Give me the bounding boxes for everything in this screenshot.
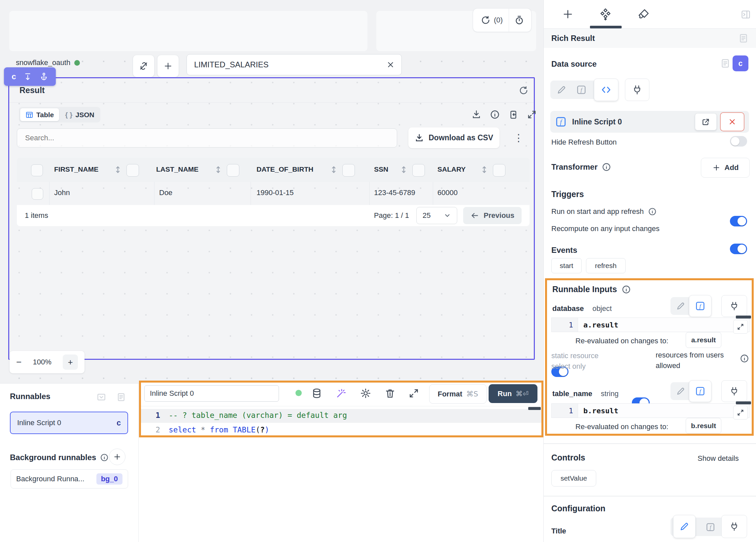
delete-script-icon[interactable] <box>385 388 395 399</box>
connect-input-button[interactable] <box>721 295 747 317</box>
result-refresh-icon[interactable] <box>519 85 529 95</box>
sort-icon[interactable] <box>329 165 338 174</box>
component-id-badge[interactable]: c <box>733 55 748 71</box>
connect-input-button[interactable] <box>721 380 747 402</box>
ai-wand-icon[interactable] <box>336 388 347 399</box>
expand-editor-icon[interactable] <box>408 388 419 399</box>
remove-script-button[interactable] <box>720 112 744 131</box>
anchor-icon[interactable] <box>40 72 48 81</box>
static-pencil-icon[interactable] <box>676 386 686 396</box>
editor-scrollbar-thumb[interactable] <box>528 407 541 410</box>
column-checkbox[interactable] <box>412 164 425 177</box>
select-all-checkbox[interactable] <box>31 164 43 176</box>
selected-component-chip[interactable]: c <box>4 67 56 86</box>
add-background-runnable-button[interactable] <box>109 449 125 465</box>
table-name-input[interactable] <box>193 60 386 70</box>
expand-expr-button[interactable] <box>733 320 748 334</box>
column-checkbox[interactable] <box>493 164 505 177</box>
refresh-app-button[interactable]: (0) <box>475 9 509 32</box>
previous-page-button[interactable]: Previous <box>463 207 522 224</box>
open-script-button[interactable] <box>695 113 717 130</box>
cell-divider <box>369 182 370 205</box>
runnables-doc-icon[interactable] <box>116 392 126 402</box>
settings-gear-icon[interactable] <box>360 388 371 399</box>
docs-icon[interactable] <box>720 58 731 69</box>
expand-expr-button[interactable] <box>733 406 748 420</box>
app-canvas[interactable]: (0) snowflake_oauth <box>0 0 543 542</box>
table-row[interactable]: John Doe 1990-01-15 123-45-6789 60000 <box>17 182 530 205</box>
add-component-button[interactable] <box>157 55 179 77</box>
connect-config-button[interactable] <box>721 515 747 538</box>
code-source-button[interactable] <box>594 79 618 101</box>
info-icon <box>100 453 109 462</box>
copy-result-icon[interactable] <box>508 110 518 119</box>
code-editor[interactable]: 1 2 -- ? table_name (varchar) = default … <box>140 406 543 542</box>
reeval-target-chip[interactable]: a.result <box>686 332 721 348</box>
unlink-button[interactable] <box>133 55 155 77</box>
download-csv-button[interactable]: Download as CSV <box>408 127 499 148</box>
run-on-start-toggle[interactable] <box>730 216 747 226</box>
script-name-input[interactable] <box>149 389 274 398</box>
input-expr-editor-table-name[interactable]: 1 b.result <box>551 403 749 418</box>
show-details-link[interactable]: Show details <box>698 454 739 463</box>
history-button[interactable] <box>509 9 530 32</box>
sort-icon[interactable] <box>480 165 489 174</box>
canvas-card-left[interactable] <box>9 11 367 51</box>
column-checkbox[interactable] <box>227 164 239 177</box>
rich-result-component[interactable]: Result Table { } JSON <box>8 77 535 360</box>
hide-refresh-toggle[interactable] <box>730 136 747 147</box>
format-button[interactable]: Format ⌘S <box>429 384 487 404</box>
tab-json[interactable]: { } JSON <box>60 108 99 121</box>
page-size-select[interactable]: 25 <box>416 207 457 224</box>
function-icon[interactable]: f <box>705 522 715 532</box>
add-transformer-button[interactable]: Add <box>701 158 750 178</box>
sort-icon[interactable] <box>399 165 408 174</box>
runnable-item-inline-script-0[interactable]: Inline Script 0 c <box>10 412 128 434</box>
tab-styling[interactable] <box>637 8 650 20</box>
event-chip-start[interactable]: start <box>551 258 582 273</box>
info-icon[interactable] <box>490 110 500 119</box>
sort-icon[interactable] <box>113 165 122 174</box>
reeval-target-chip[interactable]: b.result <box>686 418 721 434</box>
editor-scrollbar-thumb[interactable] <box>736 316 751 319</box>
tab-insert-component[interactable] <box>562 8 574 20</box>
chevron-down-icon <box>444 212 451 219</box>
input-table-name-header: table_name string <box>552 390 619 398</box>
background-runnable-item[interactable]: Background Runna... bg_0 <box>11 469 128 489</box>
fullscreen-icon[interactable] <box>527 110 537 119</box>
editor-scrollbar-thumb[interactable] <box>736 401 751 404</box>
event-chip-refresh[interactable]: refresh <box>586 258 626 273</box>
zoom-out-button[interactable]: − <box>16 357 21 367</box>
collapse-panel-icon[interactable] <box>740 9 751 20</box>
eval-mode-button[interactable]: f <box>689 295 711 317</box>
tab-table[interactable]: Table <box>20 108 59 121</box>
column-checkbox[interactable] <box>342 164 355 177</box>
sort-icon[interactable] <box>214 165 223 174</box>
eval-mode-button[interactable]: f <box>689 380 711 402</box>
function-icon[interactable]: f <box>576 85 587 95</box>
zoom-in-button[interactable]: + <box>63 355 78 370</box>
database-icon[interactable] <box>311 388 322 399</box>
tab-component-settings[interactable] <box>599 7 612 21</box>
download-icon[interactable] <box>471 110 481 119</box>
docs-icon[interactable] <box>738 33 749 44</box>
script-name-wrap <box>144 385 279 402</box>
collapse-runnables-icon[interactable] <box>96 392 106 402</box>
cell-salary: 60000 <box>437 188 458 197</box>
column-checkbox[interactable] <box>126 164 139 177</box>
insert-below-icon[interactable] <box>23 72 32 81</box>
static-pencil-icon[interactable] <box>556 85 567 95</box>
static-mode-button[interactable] <box>673 515 696 538</box>
control-chip-setvalue[interactable]: setValue <box>551 470 596 487</box>
recompute-toggle[interactable] <box>730 244 747 254</box>
inline-script-row[interactable]: f Inline Script 0 <box>550 111 749 133</box>
clear-input-icon[interactable] <box>386 60 395 69</box>
result-search-input[interactable] <box>24 133 390 143</box>
plug-icon <box>729 386 739 396</box>
connect-source-button[interactable] <box>625 79 649 101</box>
input-expr-editor-database[interactable]: 1 a.result <box>551 318 749 332</box>
run-button[interactable]: Run ⌘⏎ <box>489 384 537 403</box>
static-pencil-icon[interactable] <box>676 301 686 311</box>
table-kebab-menu[interactable]: ⋮ <box>514 129 524 147</box>
row-checkbox[interactable] <box>32 188 43 200</box>
